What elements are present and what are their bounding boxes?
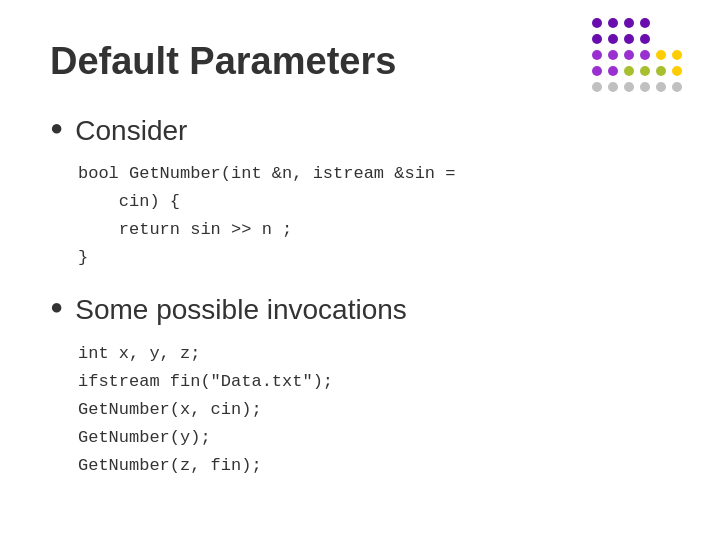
slide: Default Parameters ● Consider bool GetNu… <box>0 0 720 540</box>
code-inv-line-3: GetNumber(x, cin); <box>78 396 670 424</box>
code-line-1: bool GetNumber(int &n, istream &sin = <box>78 160 670 188</box>
dot <box>592 50 602 60</box>
dot <box>624 18 634 28</box>
code-block-invocations: int x, y, z; ifstream fin("Data.txt"); G… <box>78 340 670 480</box>
section-consider: ● Consider bool GetNumber(int &n, istrea… <box>50 111 670 272</box>
dot <box>624 34 634 44</box>
dot-grid <box>592 18 702 96</box>
dot <box>640 50 650 60</box>
dot <box>656 34 666 44</box>
slide-title: Default Parameters <box>50 40 670 83</box>
dot <box>608 18 618 28</box>
dot <box>656 82 666 92</box>
bullet-icon-1: ● <box>50 113 63 144</box>
dot <box>688 50 698 60</box>
code-line-4: } <box>78 244 670 272</box>
code-inv-line-2: ifstream fin("Data.txt"); <box>78 368 670 396</box>
code-block-consider: bool GetNumber(int &n, istream &sin = ci… <box>78 160 670 272</box>
bullet-invocations: ● Some possible invocations <box>50 290 670 329</box>
code-line-2: cin) { <box>78 188 670 216</box>
bullet-icon-2: ● <box>50 292 63 323</box>
dot <box>672 50 682 60</box>
dot <box>688 66 698 76</box>
code-line-3: return sin >> n ; <box>78 216 670 244</box>
dot <box>640 82 650 92</box>
dot <box>608 66 618 76</box>
dot <box>608 50 618 60</box>
dot <box>640 34 650 44</box>
dot <box>624 50 634 60</box>
dot <box>624 66 634 76</box>
dot <box>608 34 618 44</box>
dot <box>592 66 602 76</box>
section-invocations: ● Some possible invocations int x, y, z;… <box>50 290 670 479</box>
dot <box>672 66 682 76</box>
dot <box>672 34 682 44</box>
dot-decoration <box>592 18 702 98</box>
code-inv-line-1: int x, y, z; <box>78 340 670 368</box>
dot <box>592 82 602 92</box>
dot <box>672 18 682 28</box>
dot <box>688 82 698 92</box>
dot <box>656 66 666 76</box>
dot <box>688 18 698 28</box>
dot <box>672 82 682 92</box>
bullet-consider: ● Consider <box>50 111 670 150</box>
dot <box>592 34 602 44</box>
heading-consider: Consider <box>75 111 187 150</box>
dot <box>624 82 634 92</box>
dot <box>688 34 698 44</box>
code-inv-line-5: GetNumber(z, fin); <box>78 452 670 480</box>
dot <box>592 18 602 28</box>
dot <box>656 18 666 28</box>
dot <box>656 50 666 60</box>
dot <box>608 82 618 92</box>
heading-invocations: Some possible invocations <box>75 290 407 329</box>
dot <box>640 18 650 28</box>
dot <box>640 66 650 76</box>
code-inv-line-4: GetNumber(y); <box>78 424 670 452</box>
